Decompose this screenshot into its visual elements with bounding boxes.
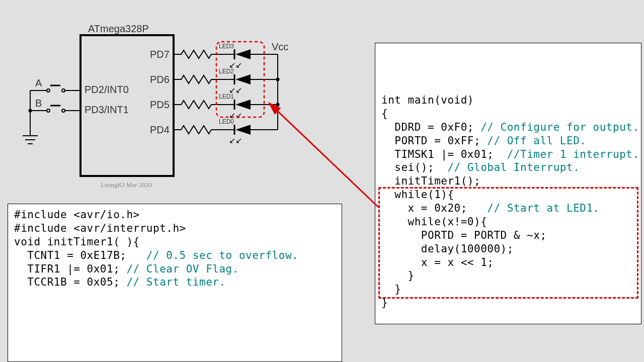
led-label: LED1 (219, 93, 234, 100)
schematic-area: ATmega328P PD2/INT0 PD3/INT1 PD7 PD6 PD5… (0, 0, 362, 201)
code-line: TCCR1B = 0x05; // Start timer. (14, 276, 336, 289)
ground-icon (23, 136, 38, 144)
svg-point-8 (62, 109, 65, 112)
led-label: LED3 (219, 43, 234, 50)
code-line: void initTimer1( ){ (14, 235, 336, 249)
output-row-pd6: ↙↙LED2 (174, 68, 278, 95)
code-line: TIMSK1 |= 0x01; //Timer 1 interrupt. (381, 148, 635, 161)
led-label: LED2 (219, 68, 234, 75)
vcc-label: Vcc (272, 41, 288, 52)
code-line: DDRD = 0xF0; // Configure for output. (381, 121, 635, 134)
output-row-pd4: ↙↙LED0 (174, 118, 278, 145)
pin-pd3: PD3/INT1 (85, 104, 129, 115)
svg-point-12 (29, 109, 32, 113)
svg-point-4 (47, 89, 50, 92)
led-label: LED0 (219, 118, 234, 125)
code-left-panel: #include <avr/io.h>#include <avr/interru… (8, 204, 342, 362)
svg-point-33 (276, 103, 280, 107)
svg-text:A: A (35, 77, 42, 88)
svg-text:↙↙: ↙↙ (229, 136, 242, 145)
pin-pd6: PD6 (150, 74, 170, 85)
code-highlight-box (378, 187, 638, 299)
code-line: int main(void) (381, 94, 635, 107)
output-row-pd5: ↙↙LED1 (174, 93, 278, 120)
code-line: TCNT1 = 0xE17B; // 0.5 sec to overflow. (14, 249, 336, 262)
credit-text: LeongKJ Mar 2020 (101, 181, 152, 189)
svg-point-32 (276, 78, 280, 81)
code-line: { (381, 107, 635, 121)
mcu-label: ATmega328P (88, 23, 149, 34)
pin-pd7: PD7 (150, 49, 170, 60)
pin-pd4: PD4 (150, 124, 170, 135)
schematic-svg: ATmega328P PD2/INT0 PD3/INT1 PD7 PD6 PD5… (0, 0, 362, 201)
pin-pd5: PD5 (150, 99, 170, 110)
code-line: initTimer1(); (381, 174, 635, 188)
button-a: A (30, 77, 80, 92)
output-row-pd7: ↙↙LED3 (174, 43, 278, 69)
svg-point-2 (62, 89, 65, 92)
code-line: #include <avr/interrupt.h> (14, 222, 336, 235)
code-line: PORTD = 0xFF; // Off all LED. (381, 134, 635, 148)
svg-text:B: B (35, 98, 42, 109)
pin-pd2: PD2/INT0 (85, 84, 129, 95)
button-b: B (30, 98, 80, 112)
code-line: #include <avr/io.h> (14, 208, 336, 222)
svg-point-10 (47, 109, 50, 112)
code-line: sei(); // Global Interrupt. (381, 161, 635, 174)
code-line: TIFR1 |= 0x01; // Clear OV Flag. (14, 262, 336, 276)
